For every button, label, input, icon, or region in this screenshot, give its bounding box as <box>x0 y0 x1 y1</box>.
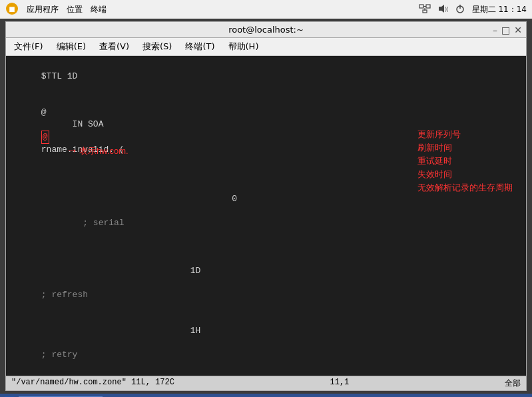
retry-note: 重试延时 <box>417 155 513 168</box>
arrow-icon: → <box>66 144 78 158</box>
at-symbol: @ <box>41 107 47 117</box>
app-menu-item[interactable]: 应用程序 <box>27 4 59 15</box>
position-menu-item[interactable]: 位置 <box>67 4 83 15</box>
refresh-label: ; refresh <box>41 290 88 300</box>
menu-bar: 文件(F) 编辑(E) 查看(V) 搜索(S) 终端(T) 帮助(H) <box>6 38 526 56</box>
system-bar: ■ 应用程序 位置 终端 )))) <box>0 0 532 19</box>
menu-search[interactable]: 搜索(S) <box>137 39 177 54</box>
terminal-window: root@localhost:~ – □ ✕ 文件(F) 编辑(E) 查看(V)… <box>5 21 527 391</box>
close-button[interactable]: ✕ <box>514 25 522 35</box>
refresh-note: 刷新时间 <box>417 141 513 155</box>
serial-note: 更新序列号 <box>417 128 513 141</box>
system-bar-right: )))) 星期二 11：14 <box>419 3 527 16</box>
status-page: 全部 <box>505 378 521 389</box>
terminal-content[interactable]: $TTL 1D @ IN SOA @ rname.invalid. ( → 表示… <box>6 56 526 376</box>
menu-terminal[interactable]: 终端(T) <box>180 39 220 54</box>
svg-marker-7 <box>439 5 444 13</box>
retry-label: ; retry <box>41 350 78 360</box>
menu-edit[interactable]: 编辑(E) <box>51 39 91 54</box>
network-icon <box>419 4 431 15</box>
terminal-menu-item[interactable]: 终端 <box>91 4 107 15</box>
taskbar: ❯_ root@localhost:~ https://blog.csdn.ne… <box>0 394 532 397</box>
serial-label: ; serial <box>83 218 124 228</box>
hw-annotation: → 表示hw.com. <box>66 144 129 158</box>
maximize-button[interactable]: □ <box>501 25 510 35</box>
ttl-line: $TTL 1D <box>10 59 522 95</box>
expire-line: 1W ; expire <box>10 373 522 376</box>
hw-annotation-text: 表示hw.com. <box>79 145 129 157</box>
volume-icon: )))) <box>437 3 448 16</box>
ttl-text: $TTL 1D <box>41 71 78 81</box>
minimize-button[interactable]: – <box>493 25 497 35</box>
minimum-note: 无效解析记录的生存周期 <box>417 181 513 195</box>
retry-num: 1H <box>190 326 201 336</box>
system-time: 星期二 11：14 <box>472 4 527 15</box>
svg-rect-2 <box>419 5 423 8</box>
status-bar: "/var/named/hw.com.zone" 11L, 172C 11,1 … <box>6 376 526 390</box>
refresh-line: 1D ; refresh <box>10 253 522 313</box>
refresh-space <box>41 278 83 288</box>
window-controls: – □ ✕ <box>493 25 522 35</box>
app-icon: ■ <box>5 2 19 17</box>
serial-spacer: 0 ; serial <box>41 181 268 241</box>
soa-in-text: IN SOA <box>41 119 109 129</box>
serial-semicolon-space <box>83 206 124 216</box>
svg-rect-3 <box>426 5 430 8</box>
svg-text:■: ■ <box>9 5 15 13</box>
serial-num: 0 <box>232 194 237 204</box>
menu-view[interactable]: 查看(V) <box>94 39 134 54</box>
status-position: 11,1 <box>330 378 350 389</box>
expire-note: 失效时间 <box>417 168 513 181</box>
right-annotations: 更新序列号 刷新时间 重试延时 失效时间 无效解析记录的生存周期 <box>417 128 513 195</box>
retry-line: 1H ; retry <box>10 313 522 373</box>
soa-at-box: @ <box>41 131 49 144</box>
svg-text:)))): )))) <box>445 7 448 13</box>
menu-help[interactable]: 帮助(H) <box>223 39 264 54</box>
terminal-title: root@localhost:~ <box>228 25 304 35</box>
menu-file[interactable]: 文件(F) <box>9 39 49 54</box>
refresh-num: 1D <box>190 266 201 276</box>
power-icon <box>455 3 465 16</box>
terminal-title-bar: root@localhost:~ – □ ✕ <box>6 22 526 38</box>
system-bar-left: ■ 应用程序 位置 终端 <box>5 2 107 17</box>
status-file-info: "/var/named/hw.com.zone" 11L, 172C <box>11 378 174 389</box>
retry-space <box>41 338 83 348</box>
